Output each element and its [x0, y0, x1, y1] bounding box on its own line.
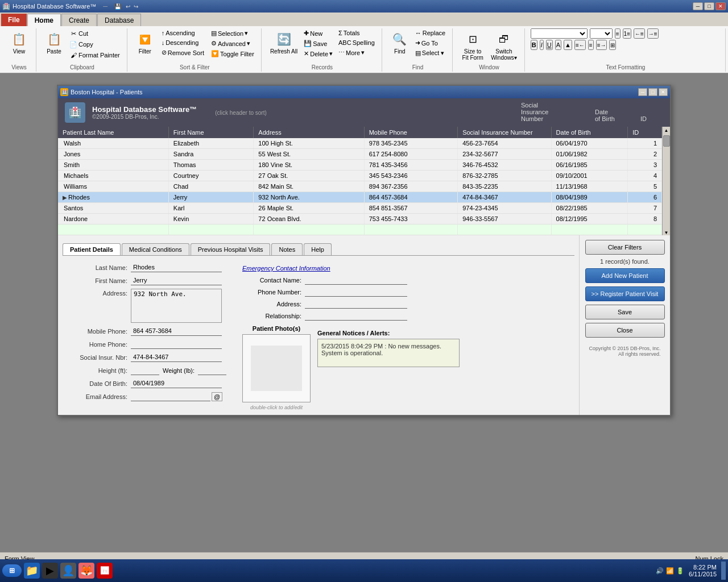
align-center-button[interactable]: ≡ — [588, 40, 594, 50]
clear-filters-button[interactable]: Clear Filters — [585, 240, 665, 255]
replace-button[interactable]: ↔ Replace — [413, 28, 448, 38]
table-row[interactable]: Nardone Kevin 72 Ocean Blvd. 753 455-743… — [58, 214, 662, 225]
tab-database[interactable]: Database — [97, 14, 141, 26]
bold-button[interactable]: B — [531, 40, 537, 50]
input-address[interactable]: 932 North Ave. — [131, 289, 222, 323]
col-sin[interactable]: Social Insurance Number — [458, 127, 551, 138]
filter-input-mobile[interactable] — [369, 226, 453, 233]
col-mobile[interactable]: Mobile Phone — [364, 127, 457, 138]
taskbar-icon-media[interactable]: ▶ — [42, 563, 58, 579]
input-contact-phone[interactable] — [305, 287, 407, 297]
input-mobile[interactable] — [131, 326, 222, 336]
tab-file[interactable]: File — [1, 14, 27, 26]
table-row[interactable]: Smith Thomas 180 Vine St. 781 435-3456 3… — [58, 160, 662, 171]
col-last-name[interactable]: Patient Last Name — [58, 127, 168, 138]
tab-help[interactable]: Help — [304, 243, 332, 255]
patient-photo-box[interactable] — [242, 334, 311, 402]
goto-button[interactable]: ➜ Go To — [413, 38, 448, 48]
list-bullet-button[interactable]: ≡ — [615, 28, 621, 39]
tab-create[interactable]: Create — [61, 14, 97, 26]
indent-decrease-button[interactable]: ←≡ — [634, 28, 645, 39]
at-button[interactable]: @ — [212, 392, 222, 401]
ascending-button[interactable]: ↑ Ascending — [159, 28, 206, 38]
toggle-filter-button[interactable]: 🔽 Toggle Filter — [209, 49, 257, 59]
input-home[interactable] — [131, 339, 222, 349]
descending-button[interactable]: ↓ Descending — [159, 38, 206, 47]
table-row[interactable]: ▶Rhodes Jerry 932 North Ave. 864 457-368… — [58, 192, 662, 203]
font-family-select[interactable] — [531, 28, 588, 39]
indent-increase-button[interactable]: →≡ — [647, 28, 659, 39]
input-height[interactable] — [131, 365, 159, 375]
table-button[interactable]: ⊞ — [609, 40, 616, 50]
register-visit-button[interactable]: >> Register Patient Visit — [585, 286, 665, 301]
table-row[interactable]: Williams Chad 842 Main St. 894 367-2356 … — [58, 181, 662, 192]
table-row[interactable]: Walsh Elizabeth 100 High St. 978 345-234… — [58, 138, 662, 149]
input-last-name[interactable] — [131, 263, 222, 272]
tab-notes[interactable]: Notes — [271, 243, 303, 255]
cut-button[interactable]: ✂ Cut — [67, 28, 122, 39]
input-dob[interactable] — [131, 379, 222, 388]
scroll-thumb[interactable] — [663, 135, 670, 147]
font-size-select[interactable] — [590, 28, 613, 39]
col-address[interactable]: Address — [254, 127, 364, 138]
save-button[interactable]: Save — [585, 305, 665, 319]
table-row[interactable]: Santos Karl 26 Maple St. 854 851-3567 97… — [58, 203, 662, 214]
input-first-name[interactable] — [131, 276, 222, 285]
copy-button[interactable]: 📄 Copy — [67, 39, 122, 49]
input-contact-name[interactable] — [305, 275, 407, 285]
delete-record-button[interactable]: ✕ Delete▾ — [301, 49, 335, 59]
start-button[interactable]: ⊞ — [2, 564, 22, 577]
quick-access-save[interactable]: 💾 — [114, 3, 121, 10]
col-first-name[interactable]: First Name — [168, 127, 254, 138]
tab-home[interactable]: Home — [27, 14, 61, 26]
scroll-up-button[interactable]: ▲ — [664, 128, 669, 133]
selection-button[interactable]: ▤ Selection▾ — [209, 28, 257, 38]
minimize-button[interactable]: ─ — [693, 2, 703, 10]
mdi-maximize[interactable]: □ — [648, 88, 657, 96]
table-row[interactable]: Michaels Courtney 27 Oak St. 345 543-234… — [58, 171, 662, 181]
quick-access-redo[interactable]: ↪ — [134, 3, 138, 10]
new-record-button[interactable]: ✚ New — [301, 28, 335, 38]
col-id[interactable]: ID — [628, 127, 662, 138]
save-record-button[interactable]: 💾 Save — [301, 39, 335, 48]
view-button[interactable]: 📋 View — [7, 28, 31, 56]
input-contact-address[interactable] — [305, 299, 407, 309]
totals-button[interactable]: Σ Totals — [336, 28, 377, 38]
filter-input-first[interactable] — [173, 226, 249, 233]
underline-button[interactable]: U — [546, 40, 553, 50]
tab-medical-conditions[interactable]: Medical Conditions — [122, 243, 189, 255]
paste-button[interactable]: 📋 Paste — [42, 28, 66, 56]
maximize-button[interactable]: □ — [704, 2, 714, 10]
taskbar-icon-firefox[interactable]: 🦊 — [78, 563, 94, 579]
col-dob[interactable]: Date of Birth — [551, 127, 628, 138]
refresh-all-button[interactable]: 🔄 Refresh All — [267, 28, 300, 56]
highlight-button[interactable]: ▲ — [564, 40, 572, 50]
taskbar-icon-explorer[interactable]: 📁 — [24, 563, 40, 579]
input-contact-relationship[interactable] — [305, 311, 407, 321]
select-button[interactable]: ▤ Select ▾ — [413, 48, 448, 58]
vertical-scrollbar[interactable]: ▲ ▼ — [662, 127, 670, 235]
input-email[interactable] — [131, 392, 210, 401]
switch-windows-button[interactable]: 🗗 SwitchWindows▾ — [488, 28, 520, 63]
mdi-close[interactable]: ✕ — [659, 88, 668, 96]
size-to-fit-button[interactable]: ⊡ Size toFit Form — [458, 28, 487, 63]
taskbar-icon-app[interactable]: 🅰 — [97, 563, 113, 579]
tab-patient-details[interactable]: Patient Details — [63, 243, 121, 255]
add-new-patient-button[interactable]: Add New Patient — [585, 268, 665, 283]
advanced-button[interactable]: ⚙ Advanced▾ — [209, 39, 257, 48]
list-number-button[interactable]: 1≡ — [623, 28, 631, 39]
find-button[interactable]: 🔍 Find — [388, 28, 412, 56]
filter-input-last[interactable] — [63, 226, 164, 233]
align-right-button[interactable]: ≡→ — [596, 40, 607, 50]
close-button[interactable]: ✕ — [715, 2, 726, 10]
close-button[interactable]: Close — [585, 323, 665, 338]
remove-sort-button[interactable]: ⊘ Remove Sort — [159, 48, 206, 57]
table-row[interactable]: Jones Sandra 55 West St. 617 254-8080 23… — [58, 149, 662, 160]
scroll-down-button[interactable]: ▼ — [664, 230, 669, 235]
more-button[interactable]: ⋯ More▾ — [336, 48, 377, 57]
font-color-button[interactable]: A — [555, 40, 561, 50]
show-desktop-button[interactable] — [721, 562, 726, 580]
format-painter-button[interactable]: 🖌 Format Painter — [67, 50, 122, 60]
tab-previous-visits[interactable]: Previous Hospital Visits — [191, 243, 271, 255]
filter-button[interactable]: 🔽 Filter — [133, 28, 157, 59]
